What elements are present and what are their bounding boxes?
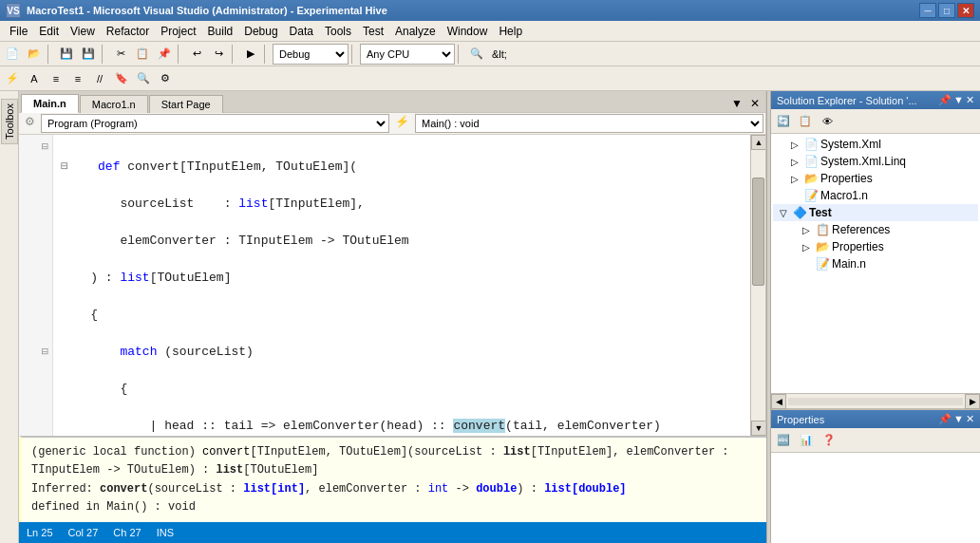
format-btn[interactable]: A bbox=[24, 68, 45, 89]
icon-macro1: 📝 bbox=[803, 188, 819, 203]
prop-category-btn[interactable]: 📊 bbox=[796, 430, 817, 451]
tree-macro1[interactable]: 📝 Macro1.n bbox=[773, 187, 978, 204]
icon-system-xml-linq: 📄 bbox=[803, 154, 819, 169]
expand-test[interactable]: ▽ bbox=[777, 206, 790, 219]
sep7 bbox=[458, 45, 463, 64]
open-btn[interactable]: 📂 bbox=[24, 44, 45, 65]
tab-close-btn[interactable]: ✕ bbox=[746, 95, 763, 112]
platform-select[interactable]: Any CPU x86 x64 bbox=[360, 44, 455, 65]
save-btn[interactable]: 💾 bbox=[56, 44, 77, 65]
scroll-down-btn[interactable]: ▼ bbox=[751, 421, 765, 436]
expand-macro1[interactable] bbox=[788, 189, 801, 202]
se-hscroll[interactable]: ◀ ▶ bbox=[771, 393, 980, 408]
tabs-controls: ▼ ✕ bbox=[727, 95, 763, 112]
menu-tools[interactable]: Tools bbox=[319, 23, 357, 40]
bookmark-btn[interactable]: 🔖 bbox=[111, 68, 132, 89]
sep2 bbox=[102, 45, 107, 64]
expand-main-n[interactable] bbox=[800, 257, 813, 271]
menu-build[interactable]: Build bbox=[202, 23, 239, 40]
indent-btn[interactable]: ≡ bbox=[46, 68, 66, 89]
se-scroll-left[interactable]: ◀ bbox=[771, 394, 786, 409]
menu-refactor[interactable]: Refactor bbox=[101, 23, 155, 40]
paste-btn[interactable]: 📌 bbox=[154, 44, 175, 65]
menu-view[interactable]: View bbox=[65, 23, 101, 40]
scroll-thumb[interactable] bbox=[752, 178, 764, 286]
comment-btn[interactable]: // bbox=[89, 68, 110, 89]
menu-analyze[interactable]: Analyze bbox=[389, 23, 442, 40]
tab-macro1-n[interactable]: Macro1.n bbox=[80, 95, 148, 113]
tab-main-n[interactable]: Main.n bbox=[21, 94, 79, 113]
tree-properties-1[interactable]: ▷ 📂 Properties bbox=[773, 170, 978, 187]
search-btn[interactable]: 🔍 bbox=[466, 44, 487, 65]
scroll-up-btn[interactable]: ▲ bbox=[751, 135, 765, 150]
prop-dropdown-btn[interactable]: ▼ bbox=[953, 413, 964, 425]
expand-system-xml-linq[interactable]: ▷ bbox=[788, 155, 801, 168]
cut-btn[interactable]: ✂ bbox=[110, 44, 131, 65]
expand-system-xml[interactable]: ▷ bbox=[788, 138, 801, 151]
main-content: Toolbox Main.n Macro1.n Start Page bbox=[0, 91, 980, 543]
icon-main-n: 📝 bbox=[815, 256, 830, 272]
expand-properties-2[interactable]: ▷ bbox=[800, 240, 813, 253]
start-btn[interactable]: ▶ bbox=[240, 44, 261, 65]
redo-btn[interactable]: ↪ bbox=[208, 44, 229, 65]
save-all-btn[interactable]: 💾 bbox=[78, 44, 99, 65]
menu-test[interactable]: Test bbox=[357, 23, 389, 40]
tab-main-n-label: Main.n bbox=[33, 98, 66, 109]
prop-help-btn[interactable]: ❓ bbox=[819, 430, 839, 451]
title-bar: VS MacroTest1 - Microsoft Visual Studio … bbox=[0, 0, 980, 21]
tree-properties-2[interactable]: ▷ 📂 Properties bbox=[773, 238, 978, 255]
new-project-btn[interactable]: 📄 bbox=[2, 44, 23, 65]
intellisense-btn[interactable]: ⚡ bbox=[2, 68, 23, 89]
menu-window[interactable]: Window bbox=[442, 23, 494, 40]
method-nav-select[interactable]: Main() : void bbox=[415, 114, 763, 133]
toolbox-panel: Toolbox bbox=[0, 91, 19, 543]
toolbox-label[interactable]: Toolbox bbox=[1, 99, 18, 144]
debug-mode-select[interactable]: Debug Release bbox=[273, 44, 349, 65]
prop-sort-btn[interactable]: 🔤 bbox=[773, 430, 794, 451]
minimize-button[interactable]: ─ bbox=[919, 3, 936, 18]
outdent-btn[interactable]: ≡ bbox=[67, 68, 88, 89]
tree-system-xml[interactable]: ▷ 📄 System.Xml bbox=[773, 136, 978, 153]
se-refresh-btn[interactable]: 🔄 bbox=[773, 111, 794, 132]
code-nav-bar: ⚙ Program (Program) ⚡ Main() : void bbox=[19, 113, 765, 135]
find-btn[interactable]: 🔍 bbox=[133, 68, 154, 89]
tab-start-page-label: Start Page bbox=[161, 99, 211, 110]
solution-explorer: Solution Explorer - Solution '... 📌 ▼ ✕ … bbox=[771, 91, 980, 410]
tree-test[interactable]: ▽ 🔷 Test bbox=[773, 204, 978, 221]
tree-references[interactable]: ▷ 📋 References bbox=[773, 221, 978, 238]
scroll-track[interactable] bbox=[751, 150, 765, 421]
macro-btn[interactable]: ⚙ bbox=[155, 68, 176, 89]
menu-help[interactable]: Help bbox=[493, 23, 528, 40]
tab-dropdown-btn[interactable]: ▼ bbox=[727, 95, 746, 112]
prop-close-btn[interactable]: ✕ bbox=[966, 413, 974, 425]
se-close-btn[interactable]: ✕ bbox=[966, 94, 974, 106]
tab-start-page[interactable]: Start Page bbox=[149, 95, 223, 113]
menu-debug[interactable]: Debug bbox=[238, 23, 283, 40]
code-content[interactable]: ⊟ def convert[TInputElem, TOutuElem]( so… bbox=[53, 135, 750, 436]
se-show-all-btn[interactable]: 👁 bbox=[817, 111, 838, 132]
menu-project[interactable]: Project bbox=[155, 23, 201, 40]
se-scroll-right[interactable]: ▶ bbox=[965, 394, 980, 409]
menu-edit[interactable]: Edit bbox=[33, 23, 65, 40]
expand-properties-1[interactable]: ▷ bbox=[788, 172, 801, 185]
se-pin-btn[interactable]: 📌 bbox=[938, 94, 952, 106]
class-nav-select[interactable]: Program (Program) bbox=[41, 114, 389, 133]
tree-main-n[interactable]: 📝 Main.n bbox=[773, 255, 978, 272]
prop-title-bar: Properties 📌 ▼ ✕ bbox=[771, 410, 980, 428]
info-line-2: Inferred: convert(sourceList : list[int]… bbox=[31, 480, 757, 498]
undo-btn[interactable]: ↩ bbox=[186, 44, 207, 65]
editor-scrollbar[interactable]: ▲ ▼ bbox=[750, 135, 765, 436]
expand-references[interactable]: ▷ bbox=[800, 223, 813, 236]
close-button[interactable]: ✕ bbox=[957, 3, 974, 18]
code-editor[interactable]: ⊟ bbox=[19, 135, 750, 436]
copy-btn[interactable]: 📋 bbox=[132, 44, 153, 65]
maximize-button[interactable]: □ bbox=[938, 3, 955, 18]
prop-pin-btn[interactable]: 📌 bbox=[938, 413, 952, 425]
tree-system-xml-linq[interactable]: ▷ 📄 System.Xml.Linq bbox=[773, 153, 978, 170]
se-properties-btn[interactable]: 📋 bbox=[795, 111, 816, 132]
se-dropdown-btn[interactable]: ▼ bbox=[953, 94, 964, 106]
menu-file[interactable]: File bbox=[4, 23, 33, 40]
se-hscroll-track[interactable] bbox=[788, 398, 963, 405]
prop-content bbox=[771, 453, 980, 543]
menu-data[interactable]: Data bbox=[284, 23, 319, 40]
